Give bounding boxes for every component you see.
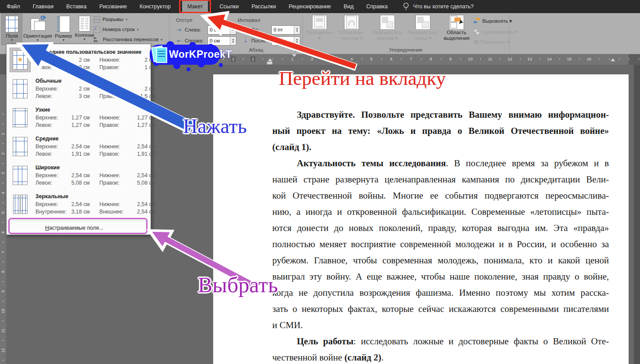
- ribbon-button-2[interactable]: ⟳Ориентация▾: [23, 14, 53, 45]
- preset-title: Последнее пользовательское значение: [35, 49, 155, 55]
- normal-margins-icon: [10, 77, 30, 101]
- right-indent-marker[interactable]: [611, 58, 615, 61]
- tab-вставка[interactable]: Вставка: [65, 0, 88, 13]
- margin-value: 2,54 см: [128, 201, 155, 208]
- chevron-down-icon: ▾: [84, 38, 85, 41]
- spinner-icon[interactable]: ▲▼: [294, 37, 300, 45]
- margin-value: 2,54 см: [128, 143, 155, 150]
- margins-icon: [5, 16, 18, 32]
- vertical-ruler[interactable]: 123456789101112: [0, 65, 6, 364]
- document-line: (слайд 1).: [272, 139, 609, 155]
- watermark-text: WorKProekT: [169, 49, 232, 60]
- button-label: Область: [447, 30, 466, 35]
- ruler-number: 4: [0, 190, 6, 196]
- margin-value: 1,91 см: [67, 150, 90, 158]
- ruler-number: 14: [546, 56, 553, 62]
- ribbon-button-4[interactable]: Колонки▾: [74, 14, 95, 45]
- document-line: когда не допустила возрождения фашизма. …: [272, 285, 609, 301]
- ruler-number: 13: [526, 56, 534, 62]
- margins-preset-средние[interactable]: СредниеВерхнее:2,54 смНижнее:2,54 смЛево…: [7, 132, 151, 161]
- document-page[interactable]: Здравствуйте. Позвольте представить Ваше…: [213, 74, 629, 364]
- wide-margins-icon: [10, 164, 30, 187]
- tab-рисование[interactable]: Рисование: [98, 0, 128, 13]
- button-label: Группировать ▾: [482, 29, 518, 35]
- ruler-number: 5: [369, 56, 374, 62]
- button-label: вперед ▾: [377, 35, 398, 41]
- margin-value: 2,54 см: [128, 172, 155, 179]
- moderate-margins-icon: [10, 135, 30, 158]
- button-label: выделения: [443, 35, 469, 41]
- ruler-number: 12: [0, 348, 6, 353]
- vertical-scrollbar[interactable]: [634, 65, 640, 364]
- tell-me-label: Что вы хотите сделать?: [413, 4, 474, 10]
- margin-label: Правое:: [99, 179, 128, 187]
- tab-вид[interactable]: Вид: [342, 0, 355, 13]
- spacing-after-field[interactable]: 0 пт▲▼: [271, 36, 300, 46]
- margins-dropdown-menu: ★Последнее пользовательское значениеВерх…: [6, 44, 151, 235]
- tell-me-search[interactable]: Что вы хотите сделать?: [403, 0, 474, 13]
- columns-icon: [79, 16, 90, 32]
- paragraph-dialog-launcher[interactable]: [295, 47, 300, 52]
- preset-info: ЗеркальныеВерхнее:2,54 смНижнее:2,54 смВ…: [35, 193, 158, 216]
- ruler-number: 11: [487, 56, 494, 62]
- margin-value: 3,18 см: [67, 208, 90, 216]
- tab-конструктор[interactable]: Конструктор: [138, 0, 172, 13]
- indent-left-icon: ⇥: [176, 27, 182, 33]
- spacing-before-label: До:: [251, 27, 269, 32]
- chevron-down-icon: ▾: [37, 38, 39, 42]
- tab-файл[interactable]: Файл: [5, 0, 21, 13]
- small-button-line-numbers[interactable]: Номера строк▾: [94, 25, 139, 34]
- custom-margins-menu-item[interactable]: Настраиваемые поля...: [7, 222, 151, 234]
- left-margin-marker[interactable]: [267, 62, 272, 64]
- ruler-number: 10: [467, 56, 474, 62]
- ribbon-button-3[interactable]: Размер▾: [53, 14, 74, 45]
- button-label: Положение ▾: [305, 30, 334, 41]
- spacing-before-field[interactable]: 0 пт▲▼: [271, 25, 300, 35]
- arrange-button-align[interactable]: ⇤Выровнять ▾: [474, 18, 512, 24]
- margins-button[interactable]: Поля▾: [2, 14, 22, 45]
- rotate-icon: ⟲: [474, 39, 478, 46]
- margin-label: Нижнее:: [99, 114, 128, 122]
- margin-value: 2,54 см: [67, 143, 90, 150]
- ruler-number: 12: [506, 56, 513, 62]
- chevron-down-icon: ▾: [137, 28, 139, 32]
- spacing-group-label: Интервал: [238, 18, 260, 23]
- tab-справка[interactable]: Справка: [365, 0, 389, 13]
- annotation-go-to-tab: Перейти на вкладку: [279, 67, 446, 90]
- button-label: Обтекание: [339, 30, 364, 35]
- button-label: Переместить: [372, 30, 403, 35]
- margins-preset-зеркальные[interactable]: ЗеркальныеВерхнее:2,54 смНижнее:2,54 смВ…: [7, 190, 151, 219]
- tab-рассылки[interactable]: Рассылки: [250, 0, 277, 13]
- margin-label: Внешнее:: [99, 208, 128, 216]
- arrange-button-wrap: Обтеканиетекстом ▾: [335, 15, 368, 45]
- ruler-number: 15: [566, 56, 573, 62]
- margins-preset-узкие[interactable]: УзкиеВерхнее:1,27 смНижнее:1,27 смЛевое:…: [7, 103, 151, 132]
- margins-preset-широкие[interactable]: ШирокиеВерхнее:2,54 смНижнее:2,54 смЛево…: [7, 161, 151, 190]
- margin-value: 2 см: [128, 85, 155, 93]
- preset-values: Верхнее:2,54 смНижнее:2,54 смЛевое:5,08 …: [35, 172, 155, 187]
- preset-info: Последнее пользовательское значениеВерхн…: [35, 49, 158, 71]
- chevron-down-icon[interactable]: ▾: [230, 26, 236, 34]
- tab-ссылки[interactable]: Ссылки: [218, 0, 240, 13]
- word-application-window: ФайлГлавнаяВставкаРисованиеКонструкторМа…: [0, 0, 640, 364]
- arrange-button-selection[interactable]: Областьвыделения: [440, 15, 473, 45]
- forward-icon: [380, 15, 395, 30]
- spinner-icon[interactable]: ▲▼: [230, 37, 236, 45]
- document-line: Цель работы: исследовать ложные и достов…: [272, 333, 609, 350]
- spinner-icon[interactable]: ▲▼: [294, 26, 300, 34]
- margin-label: Левое:: [35, 122, 67, 129]
- preset-values: Верхнее:2,54 смНижнее:2,54 смВнутреннее:…: [35, 201, 155, 216]
- backward-icon: [415, 15, 430, 30]
- document-line: рубежом. Главное, чтобы современная моло…: [272, 252, 609, 269]
- margins-preset-последнее[interactable]: ★Последнее пользовательское значениеВерх…: [7, 46, 151, 74]
- margins-preset-обычные[interactable]: ОбычныеВерхнее:2 смНижнее:2 смЛевое:3 см…: [7, 74, 151, 103]
- layout-tab-highlight-frame: [179, 0, 211, 13]
- left-indent-marker[interactable]: [268, 58, 272, 61]
- annotation-click: Нажать: [183, 115, 247, 138]
- tab-рецензирование[interactable]: Рецензирование: [288, 0, 333, 13]
- tab-макет[interactable]: Макет: [182, 0, 208, 13]
- small-button-breaks[interactable]: Разрывы▾: [94, 15, 127, 24]
- margin-label: Нижнее:: [99, 172, 128, 179]
- tab-главная[interactable]: Главная: [32, 0, 55, 13]
- indent-left-field[interactable]: 0 см▾: [207, 25, 236, 35]
